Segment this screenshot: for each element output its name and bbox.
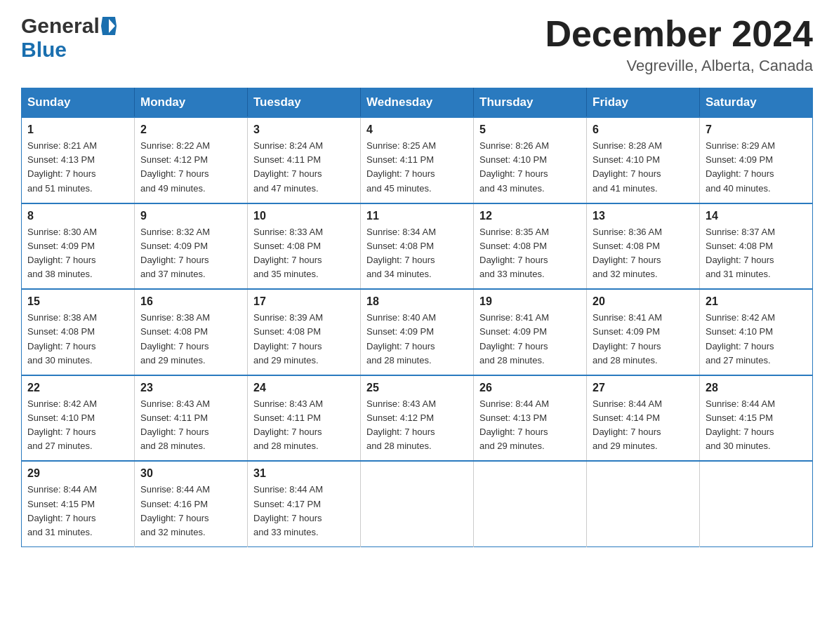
daylight-label: Daylight: 7 hours <box>593 341 661 351</box>
daylight-minutes: and 49 minutes. <box>140 183 206 194</box>
day-info: Sunrise: 8:30 AM Sunset: 4:09 PM Dayligh… <box>27 225 128 282</box>
sunset-label: Sunset: 4:14 PM <box>593 412 660 423</box>
sunset-label: Sunset: 4:08 PM <box>593 241 660 251</box>
logo-row2: Blue <box>21 38 67 62</box>
header-cell-sunday: Sunday <box>22 88 135 118</box>
day-info: Sunrise: 8:33 AM Sunset: 4:08 PM Dayligh… <box>253 225 355 282</box>
sunset-label: Sunset: 4:16 PM <box>140 499 208 509</box>
daylight-minutes: and 45 minutes. <box>366 183 432 194</box>
day-number: 18 <box>366 295 468 308</box>
header-row: SundayMondayTuesdayWednesdayThursdayFrid… <box>22 88 813 118</box>
sunset-label: Sunset: 4:09 PM <box>479 326 547 337</box>
sunrise-label: Sunrise: 8:44 AM <box>140 484 210 495</box>
day-cell: 8 Sunrise: 8:30 AM Sunset: 4:09 PM Dayli… <box>22 203 135 290</box>
daylight-label: Daylight: 7 hours <box>479 168 548 179</box>
sunrise-label: Sunrise: 8:24 AM <box>253 140 323 151</box>
sunset-label: Sunset: 4:13 PM <box>479 412 547 423</box>
day-cell <box>361 461 474 546</box>
logo-general-text: General <box>21 14 100 38</box>
sunrise-label: Sunrise: 8:41 AM <box>593 312 662 323</box>
daylight-label: Daylight: 7 hours <box>366 168 435 179</box>
sunset-label: Sunset: 4:09 PM <box>140 241 208 251</box>
daylight-label: Daylight: 7 hours <box>366 255 435 265</box>
header-cell-wednesday: Wednesday <box>361 88 474 118</box>
sunrise-label: Sunrise: 8:22 AM <box>140 140 210 151</box>
day-info: Sunrise: 8:44 AM Sunset: 4:17 PM Dayligh… <box>253 483 355 539</box>
sunrise-label: Sunrise: 8:25 AM <box>366 140 436 151</box>
daylight-minutes: and 35 minutes. <box>253 269 319 279</box>
sunrise-label: Sunrise: 8:30 AM <box>27 227 97 237</box>
sunset-label: Sunset: 4:11 PM <box>253 154 321 165</box>
day-number: 24 <box>253 382 355 394</box>
daylight-minutes: and 27 minutes. <box>27 441 93 451</box>
sunrise-label: Sunrise: 8:39 AM <box>253 312 323 323</box>
week-row-3: 15 Sunrise: 8:38 AM Sunset: 4:08 PM Dayl… <box>22 289 813 375</box>
day-info: Sunrise: 8:34 AM Sunset: 4:08 PM Dayligh… <box>366 225 468 282</box>
daylight-label: Daylight: 7 hours <box>593 255 661 265</box>
day-number: 14 <box>706 210 807 222</box>
day-number: 9 <box>140 210 241 222</box>
day-number: 7 <box>706 123 807 136</box>
location: Vegreville, Alberta, Canada <box>545 57 813 75</box>
daylight-minutes: and 28 minutes. <box>479 355 545 365</box>
daylight-minutes: and 29 minutes. <box>593 441 658 451</box>
day-cell: 27 Sunrise: 8:44 AM Sunset: 4:14 PM Dayl… <box>587 375 700 462</box>
daylight-label: Daylight: 7 hours <box>140 427 209 437</box>
day-cell: 18 Sunrise: 8:40 AM Sunset: 4:09 PM Dayl… <box>361 289 474 375</box>
sunrise-label: Sunrise: 8:44 AM <box>253 484 323 495</box>
daylight-label: Daylight: 7 hours <box>479 341 548 351</box>
day-number: 6 <box>593 123 694 136</box>
day-number: 10 <box>253 210 355 222</box>
daylight-minutes: and 47 minutes. <box>253 183 319 194</box>
sunset-label: Sunset: 4:08 PM <box>253 241 321 251</box>
sunrise-label: Sunrise: 8:44 AM <box>706 398 775 409</box>
sunrise-label: Sunrise: 8:37 AM <box>706 227 775 237</box>
sunrise-label: Sunrise: 8:26 AM <box>479 140 549 151</box>
sunset-label: Sunset: 4:08 PM <box>479 241 547 251</box>
sunrise-label: Sunrise: 8:33 AM <box>253 227 323 237</box>
day-info: Sunrise: 8:38 AM Sunset: 4:08 PM Dayligh… <box>27 311 128 368</box>
daylight-label: Daylight: 7 hours <box>27 168 96 179</box>
daylight-minutes: and 41 minutes. <box>593 183 658 194</box>
sunrise-label: Sunrise: 8:43 AM <box>253 398 323 409</box>
daylight-minutes: and 30 minutes. <box>27 355 93 365</box>
sunrise-label: Sunrise: 8:28 AM <box>593 140 662 151</box>
sunrise-label: Sunrise: 8:29 AM <box>706 140 775 151</box>
day-info: Sunrise: 8:29 AM Sunset: 4:09 PM Dayligh… <box>706 139 807 196</box>
day-number: 13 <box>593 210 694 222</box>
daylight-label: Daylight: 7 hours <box>253 513 322 523</box>
sunrise-label: Sunrise: 8:42 AM <box>27 398 97 409</box>
day-number: 30 <box>140 467 241 480</box>
day-number: 26 <box>479 382 581 394</box>
daylight-minutes: and 40 minutes. <box>706 183 771 194</box>
daylight-label: Daylight: 7 hours <box>140 168 209 179</box>
day-cell: 10 Sunrise: 8:33 AM Sunset: 4:08 PM Dayl… <box>248 203 361 290</box>
sunrise-label: Sunrise: 8:38 AM <box>27 312 97 323</box>
sunrise-label: Sunrise: 8:41 AM <box>479 312 549 323</box>
sunrise-label: Sunrise: 8:43 AM <box>140 398 210 409</box>
daylight-label: Daylight: 7 hours <box>140 513 209 523</box>
daylight-label: Daylight: 7 hours <box>27 341 96 351</box>
calendar-table: SundayMondayTuesdayWednesdayThursdayFrid… <box>21 88 813 547</box>
sunrise-label: Sunrise: 8:44 AM <box>593 398 662 409</box>
daylight-label: Daylight: 7 hours <box>253 168 322 179</box>
day-cell: 25 Sunrise: 8:43 AM Sunset: 4:12 PM Dayl… <box>361 375 474 462</box>
day-info: Sunrise: 8:44 AM Sunset: 4:15 PM Dayligh… <box>27 483 128 539</box>
day-info: Sunrise: 8:42 AM Sunset: 4:10 PM Dayligh… <box>706 311 807 368</box>
day-cell <box>700 461 813 546</box>
day-number: 29 <box>27 467 128 480</box>
day-cell: 6 Sunrise: 8:28 AM Sunset: 4:10 PM Dayli… <box>587 117 700 203</box>
day-cell: 5 Sunrise: 8:26 AM Sunset: 4:10 PM Dayli… <box>474 117 587 203</box>
sunset-label: Sunset: 4:11 PM <box>253 412 321 423</box>
day-info: Sunrise: 8:40 AM Sunset: 4:09 PM Dayligh… <box>366 311 468 368</box>
sunset-label: Sunset: 4:10 PM <box>706 326 773 337</box>
day-cell: 28 Sunrise: 8:44 AM Sunset: 4:15 PM Dayl… <box>700 375 813 462</box>
day-number: 11 <box>366 210 468 222</box>
daylight-label: Daylight: 7 hours <box>140 341 209 351</box>
daylight-label: Daylight: 7 hours <box>253 255 322 265</box>
sunset-label: Sunset: 4:17 PM <box>253 499 321 509</box>
day-cell: 16 Sunrise: 8:38 AM Sunset: 4:08 PM Dayl… <box>135 289 248 375</box>
day-number: 4 <box>366 123 468 136</box>
day-cell: 19 Sunrise: 8:41 AM Sunset: 4:09 PM Dayl… <box>474 289 587 375</box>
daylight-minutes: and 51 minutes. <box>27 183 93 194</box>
